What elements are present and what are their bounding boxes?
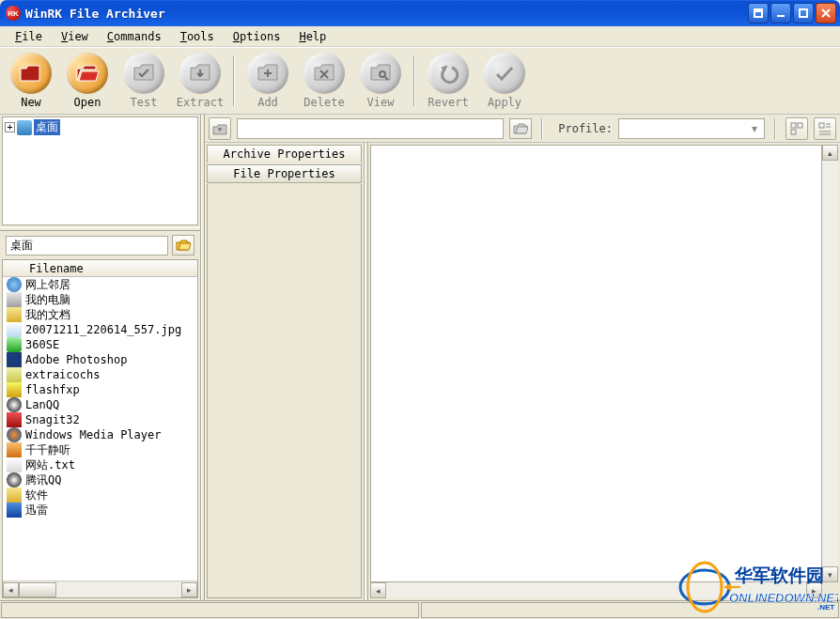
path-input[interactable] [6, 236, 168, 255]
content-vscroll[interactable]: ▴ ▾ [822, 145, 838, 582]
menu-tools[interactable]: Tools [171, 28, 224, 45]
add-button[interactable]: Add [241, 51, 295, 111]
restore-down-button[interactable] [748, 3, 769, 23]
scroll-thumb[interactable] [19, 582, 56, 597]
apply-button[interactable]: Apply [477, 51, 532, 111]
tree-expand-icon[interactable]: + [5, 122, 15, 132]
file-name: flashfxp [25, 383, 80, 396]
window-title: WinRK File Archiver [25, 7, 748, 21]
tree-row[interactable]: + 桌面 [5, 119, 195, 135]
menu-view[interactable]: View [52, 28, 98, 45]
file-list-row[interactable]: 网上邻居 [3, 277, 197, 292]
properties-body [207, 184, 362, 598]
file-properties-tab[interactable]: File Properties [207, 164, 362, 183]
vertical-splitter-2[interactable] [365, 143, 368, 600]
file-name: 网上邻居 [25, 277, 70, 293]
scroll-right-button[interactable]: ▸ [806, 582, 822, 598]
content-area[interactable] [370, 145, 822, 582]
up-dir-button[interactable] [209, 117, 231, 140]
menu-bar: File View Commands Tools Options Help [0, 26, 840, 47]
scroll-down-button[interactable]: ▾ [822, 566, 838, 582]
file-type-icon [7, 472, 22, 487]
minimize-button[interactable] [770, 3, 791, 23]
scroll-track[interactable] [822, 161, 838, 566]
browse-button[interactable] [172, 235, 194, 255]
toolbar-button-label: Open [74, 96, 101, 109]
menu-help[interactable]: Help [289, 28, 335, 45]
file-list-row[interactable]: 360SE [3, 337, 197, 352]
test-button[interactable]: Test [117, 51, 171, 111]
status-cell-1 [1, 602, 419, 618]
revert-button[interactable]: Revert [421, 51, 475, 111]
file-name: 腾讯QQ [25, 472, 61, 488]
file-list-row[interactable]: flashfxp [3, 382, 197, 397]
content-hscroll[interactable]: ◂ ▸ [370, 582, 822, 598]
maximize-button[interactable] [793, 3, 814, 23]
delete-button[interactable]: Delete [297, 51, 351, 111]
up-arrow-icon [212, 122, 227, 135]
address-input[interactable] [237, 118, 504, 139]
toolbar-button-label: New [21, 96, 41, 109]
open-button[interactable]: Open [60, 51, 115, 111]
profile-label: Profile: [558, 122, 613, 135]
archive-properties-tab[interactable]: Archive Properties [207, 145, 362, 163]
file-list-row[interactable]: Snagit32 [3, 412, 197, 427]
file-list-row[interactable]: Windows Media Player [3, 427, 197, 442]
toolbar-button-label: Revert [428, 96, 468, 109]
file-list-row[interactable]: 腾讯QQ [3, 472, 197, 487]
file-list-row[interactable]: LanQQ [3, 397, 197, 412]
file-list-row[interactable]: Adobe Photoshop [3, 352, 197, 367]
file-list-row[interactable]: 千千静听 [3, 442, 197, 457]
menu-file[interactable]: File [6, 28, 52, 45]
content-view: ▴ ▾ ◂ ▸ [370, 145, 838, 598]
file-type-icon [7, 307, 22, 322]
new-button[interactable]: New [4, 51, 58, 111]
tree-label[interactable]: 桌面 [34, 119, 60, 135]
toolbar-button-label: Apply [488, 96, 521, 109]
file-name: 网站.txt [25, 457, 75, 473]
toolbar-separator [233, 55, 235, 106]
extract-button[interactable]: Extract [173, 51, 227, 111]
file-list-row[interactable]: 20071211_220614_557.jpg [3, 322, 197, 337]
scroll-up-button[interactable]: ▴ [822, 145, 838, 161]
folder-tree[interactable]: + 桌面 [2, 116, 198, 225]
app-icon: RK [6, 6, 21, 21]
scroll-right-button[interactable]: ▸ [181, 582, 197, 597]
file-list-hscroll[interactable]: ◂ ▸ [3, 580, 197, 597]
delete-icon [303, 53, 345, 94]
scroll-corner [822, 582, 838, 598]
file-list-row[interactable]: 网站.txt [3, 457, 197, 472]
address-bar: Profile: [205, 115, 840, 143]
file-list-row[interactable]: 我的电脑 [3, 292, 197, 307]
close-button[interactable] [816, 3, 836, 23]
list-icon [818, 122, 832, 135]
scroll-left-button[interactable]: ◂ [3, 582, 19, 597]
file-list-header[interactable]: Filename [3, 260, 197, 277]
file-name: 迅雷 [25, 503, 48, 518]
folder-open-icon [176, 240, 191, 251]
options-button-1[interactable] [786, 117, 808, 140]
scroll-track[interactable] [386, 582, 806, 598]
file-type-icon [7, 382, 22, 397]
folder-new-icon [10, 53, 52, 94]
scroll-track[interactable] [19, 582, 181, 597]
address-browse-button[interactable] [509, 118, 532, 139]
file-list-row[interactable]: 软件 [3, 487, 197, 503]
left-pane: + 桌面 Filename 网上邻居我的电脑我的文档20071211_22061… [0, 115, 201, 600]
toolbar-button-label: View [367, 96, 395, 109]
options-button-2[interactable] [814, 117, 836, 140]
menu-commands[interactable]: Commands [98, 28, 171, 45]
menu-options[interactable]: Options [224, 28, 290, 45]
title-bar: RK WinRK File Archiver [0, 0, 840, 26]
file-type-icon [7, 427, 22, 442]
scroll-left-button[interactable]: ◂ [370, 582, 386, 598]
apply-icon [484, 53, 525, 94]
file-list-row[interactable]: extraicochs [3, 367, 197, 382]
file-type-icon [7, 292, 22, 307]
profile-select[interactable] [618, 118, 765, 139]
view-button[interactable]: View [353, 51, 408, 111]
file-list-body[interactable]: 网上邻居我的电脑我的文档20071211_220614_557.jpg360SE… [3, 277, 197, 580]
file-list-row[interactable]: 我的文档 [3, 307, 197, 322]
file-type-icon [7, 277, 22, 292]
file-list-row[interactable]: 迅雷 [3, 503, 197, 518]
